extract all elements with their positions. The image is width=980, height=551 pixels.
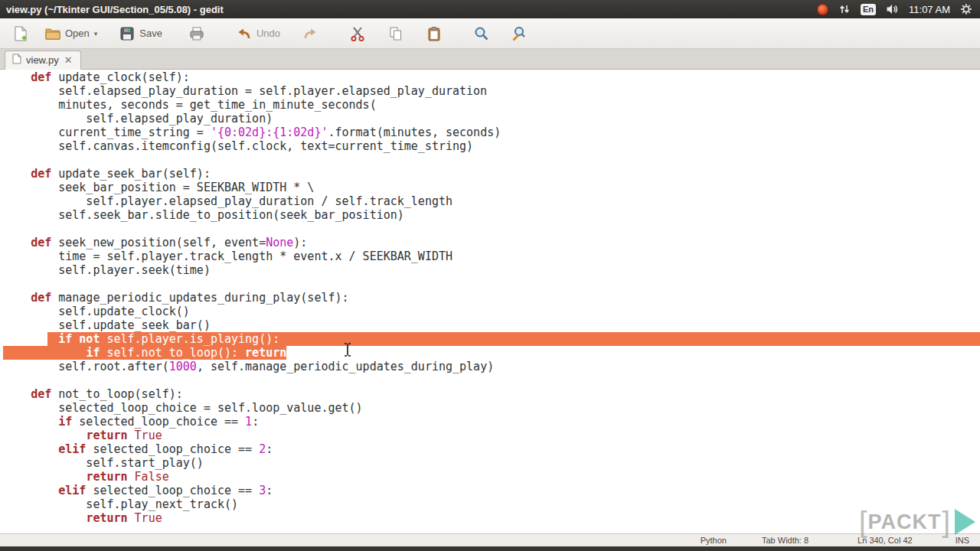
code-line[interactable]: minutes, seconds = get_time_in_minute_se… <box>3 98 980 112</box>
code-line[interactable]: self.elapsed_play_duration) <box>3 112 980 126</box>
window-title: view.py (~/Tkinter GUI/Section_05/5.08) … <box>0 4 817 15</box>
copy-icon <box>387 25 404 42</box>
save-icon <box>119 25 136 42</box>
screen-record-icon[interactable] <box>817 4 828 15</box>
tab-width-button[interactable]: Tab Width: 8 <box>762 536 808 545</box>
code-line[interactable]: def not_to_loop(self): <box>3 387 980 401</box>
code-area[interactable]: def update_clock(self): self.elapsed_pla… <box>0 70 980 534</box>
code-line[interactable]: self.root.after(1000, self.manage_period… <box>3 360 980 373</box>
open-folder-icon <box>44 25 61 42</box>
keyboard-layout-indicator[interactable]: En <box>861 4 876 15</box>
paste-button[interactable] <box>421 22 447 45</box>
code-line[interactable]: current_time_string = '{0:02d}:{1:02d}'.… <box>3 126 980 139</box>
bottom-strip <box>0 546 980 551</box>
top-panel: view.py (~/Tkinter GUI/Section_05/5.08) … <box>0 0 980 18</box>
code-line[interactable]: if selected_loop_choice == 1: <box>3 415 980 429</box>
code-line[interactable] <box>3 222 980 236</box>
search-replace-icon <box>511 25 528 42</box>
code-line[interactable] <box>3 153 980 167</box>
find-button[interactable] <box>469 22 495 45</box>
panel-clock[interactable]: 11:07 AM <box>909 4 950 15</box>
save-button[interactable]: Save <box>114 22 167 45</box>
volume-icon[interactable] <box>886 3 899 15</box>
code-line[interactable]: def seek_new_position(self, event=None): <box>3 236 980 249</box>
network-icon[interactable] <box>838 3 851 15</box>
text-cursor-ibeam <box>343 343 352 360</box>
code-line[interactable]: return True <box>3 429 980 442</box>
code-line[interactable]: selected_loop_choice = self.loop_value.g… <box>3 401 980 415</box>
code-line[interactable]: elif selected_loop_choice == 3: <box>3 484 980 497</box>
watermark-play-icon <box>955 509 975 535</box>
tab-view-py[interactable]: view.py ✕ <box>5 51 81 70</box>
code-line[interactable]: time = self.player.track_length * event.… <box>3 249 980 263</box>
open-button[interactable]: Open ▾ <box>40 22 102 45</box>
code-line[interactable] <box>3 373 980 387</box>
undo-button[interactable]: Undo <box>231 22 285 45</box>
paste-icon <box>426 25 443 42</box>
tab-label: view.py <box>26 54 59 66</box>
save-button-label: Save <box>139 28 162 39</box>
undo-icon <box>236 25 253 42</box>
print-icon <box>188 25 205 42</box>
insert-mode-label: INS <box>956 536 969 545</box>
redo-button[interactable] <box>297 22 323 45</box>
code-line[interactable]: elif selected_loop_choice == 2: <box>3 442 980 456</box>
code-line[interactable]: def update_seek_bar(self): <box>3 167 980 181</box>
code-line[interactable]: if self.not_to_loop(): return <box>3 346 980 360</box>
packt-watermark: [ PACKT ] <box>859 507 975 536</box>
code-line[interactable]: def update_clock(self): <box>3 70 980 84</box>
code-line[interactable]: seek_bar_position = SEEKBAR_WIDTH * \ <box>3 181 980 194</box>
redo-icon <box>302 25 318 42</box>
print-button[interactable] <box>184 22 210 45</box>
code-line[interactable] <box>3 277 980 291</box>
new-document-button[interactable] <box>8 22 34 45</box>
code-line[interactable]: self.update_clock() <box>3 305 980 318</box>
status-bar: Python Tab Width: 8 Ln 340, Col 42 INS <box>0 533 980 546</box>
code-line[interactable]: def manage_periodic_updates_during_play(… <box>3 291 980 305</box>
watermark-brand: PACKT <box>867 510 941 534</box>
copy-button[interactable] <box>383 22 409 45</box>
replace-button[interactable] <box>507 22 533 45</box>
code-line[interactable]: self.canvas.itemconfig(self.clock, text=… <box>3 139 980 153</box>
code-line[interactable]: self.player.seek(time) <box>3 263 980 277</box>
undo-button-label: Undo <box>256 28 280 39</box>
open-dropdown-arrow-icon[interactable]: ▾ <box>94 30 98 37</box>
cut-button[interactable] <box>345 22 371 45</box>
cut-scissors-icon <box>349 25 366 42</box>
code-line[interactable]: return True <box>3 511 980 525</box>
watermark-bracket-open: [ <box>859 507 867 536</box>
session-gear-icon[interactable] <box>960 3 972 15</box>
code-line[interactable]: self.seek_bar.slide_to_position(seek_bar… <box>3 208 980 222</box>
code-line[interactable]: self.play_next_track() <box>3 497 980 511</box>
code-line[interactable]: self.player.elapsed_play_duration / self… <box>3 194 980 208</box>
open-button-label: Open <box>65 28 90 39</box>
code-line[interactable]: self.elapsed_play_duration = self.player… <box>3 84 980 98</box>
search-icon <box>473 25 490 42</box>
tab-close-icon[interactable]: ✕ <box>64 55 74 65</box>
tab-bar: view.py ✕ <box>0 49 980 70</box>
language-mode-button[interactable]: Python <box>701 536 727 545</box>
toolbar: Open ▾ Save Undo <box>0 18 980 49</box>
code-line[interactable]: if not self.player.is_playing(): <box>3 332 980 346</box>
watermark-bracket-close: ] <box>942 507 950 536</box>
new-document-icon <box>12 25 29 42</box>
code-line[interactable]: return False <box>3 470 980 484</box>
system-tray: En 11:07 AM <box>817 3 980 15</box>
code-line[interactable]: self.start_play() <box>3 456 980 470</box>
document-icon <box>12 54 21 67</box>
code-line[interactable]: self.update_seek_bar() <box>3 318 980 332</box>
